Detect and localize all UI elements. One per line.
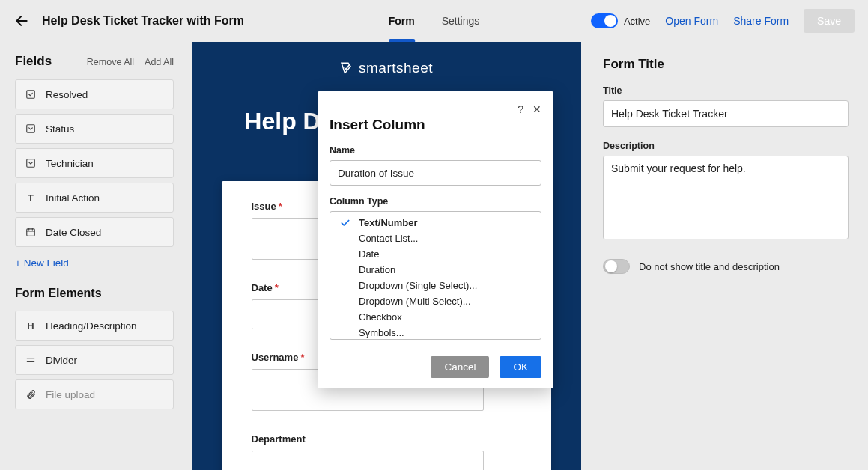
field-item[interactable]: Date Closed [15, 217, 174, 247]
svg-rect-3 [27, 159, 35, 168]
modal-name-label: Name [330, 145, 541, 156]
divider-icon [25, 354, 37, 366]
column-type-option[interactable]: Dropdown (Single Select)... [330, 278, 541, 293]
field-item[interactable]: TInitial Action [15, 183, 174, 213]
checkbox-icon [25, 88, 37, 100]
field-item-label: Initial Action [46, 192, 100, 204]
fields-title: Fields [15, 54, 52, 69]
brand-text: smartsheet [359, 60, 433, 76]
required-indicator: * [300, 352, 304, 363]
field-item-label: Resolved [46, 89, 88, 100]
right-panel: Form Title Title Description Submit your… [583, 42, 868, 470]
form-elements-list: HHeading/DescriptionDividerFile upload [15, 311, 174, 409]
smartsheet-logo-icon [339, 61, 353, 75]
help-icon[interactable]: ? [518, 103, 523, 115]
description-field-label: Description [603, 141, 849, 151]
attachment-icon [25, 388, 37, 400]
text-icon: T [25, 192, 37, 204]
open-form-link[interactable]: Open Form [665, 15, 718, 27]
field-item-label: Date Closed [46, 227, 101, 238]
column-type-list[interactable]: Text/NumberContact List...DateDurationDr… [330, 211, 541, 340]
svg-rect-2 [27, 125, 35, 133]
form-element-item: File upload [15, 379, 174, 409]
form-element-label: Divider [46, 355, 77, 366]
share-form-link[interactable]: Share Form [733, 15, 789, 27]
column-type-option[interactable]: Date [330, 246, 541, 262]
fields-header: Fields Remove All Add All [15, 54, 174, 69]
dropdown-icon [25, 157, 37, 169]
active-toggle[interactable] [591, 13, 618, 28]
close-icon[interactable]: ✕ [532, 103, 541, 115]
form-field-input[interactable] [252, 451, 484, 470]
column-type-label: Contact List... [359, 233, 418, 244]
hide-title-toggle-label: Do not show title and description [639, 261, 780, 272]
svg-rect-4 [27, 229, 35, 236]
topbar: Help Desk Ticket Tracker with Form Form … [0, 0, 868, 42]
column-type-option[interactable]: Duration [330, 262, 541, 278]
title-field-label: Title [603, 85, 849, 96]
field-item[interactable]: Status [15, 114, 174, 144]
active-toggle-group: Active [591, 13, 650, 28]
add-all-button[interactable]: Add All [145, 57, 174, 67]
required-indicator: * [279, 201, 282, 212]
check-icon [338, 218, 353, 228]
hide-title-toggle[interactable] [603, 259, 630, 274]
field-list: ResolvedStatusTechnicianTInitial ActionD… [15, 79, 174, 247]
save-button[interactable]: Save [804, 9, 855, 33]
column-type-label: Dropdown (Single Select)... [359, 280, 477, 291]
form-elements-title: Form Elements [15, 287, 174, 300]
column-type-label: Dropdown (Multi Select)... [359, 296, 471, 307]
svg-rect-1 [27, 91, 35, 99]
column-type-label: Symbols... [359, 327, 404, 338]
column-type-label: Checkbox [359, 311, 402, 323]
modal-title: Insert Column [330, 117, 541, 133]
column-name-input[interactable] [330, 160, 541, 186]
column-type-option[interactable]: Dropdown (Multi Select)... [330, 293, 541, 309]
required-indicator: * [275, 282, 279, 293]
modal-type-label: Column Type [330, 196, 541, 207]
form-field-row: Department [252, 433, 521, 470]
title-input[interactable] [603, 100, 849, 127]
hide-title-toggle-row: Do not show title and description [603, 259, 849, 274]
insert-column-modal: ? ✕ Insert Column Name Column Type Text/… [318, 91, 553, 388]
modal-topbar: ? ✕ [330, 103, 541, 115]
form-field-label: Department [252, 433, 521, 445]
column-type-option[interactable]: Checkbox [330, 309, 541, 325]
remove-all-button[interactable]: Remove All [87, 57, 134, 67]
page-title: Help Desk Ticket Tracker with Form [42, 14, 244, 28]
new-field-button[interactable]: + New Field [15, 257, 174, 269]
form-element-label: Heading/Description [46, 320, 137, 332]
field-item-label: Status [46, 123, 74, 135]
back-arrow-button[interactable] [13, 13, 30, 29]
form-element-item[interactable]: HHeading/Description [15, 311, 174, 341]
field-item[interactable]: Resolved [15, 79, 174, 109]
tab-form[interactable]: Form [389, 0, 415, 42]
dropdown-icon [25, 123, 37, 135]
column-type-option[interactable]: Contact List... [330, 231, 541, 246]
cancel-button[interactable]: Cancel [431, 356, 489, 378]
column-type-label: Text/Number [359, 217, 418, 228]
modal-footer: Cancel OK [330, 356, 541, 378]
tab-settings[interactable]: Settings [442, 0, 480, 42]
fields-actions: Remove All Add All [87, 57, 174, 67]
topbar-right: Active Open Form Share Form Save [591, 9, 855, 33]
active-toggle-label: Active [624, 16, 650, 27]
topbar-tabs: Form Settings [389, 0, 480, 42]
brand-logo: smartsheet [192, 42, 581, 85]
column-type-option[interactable]: Text/Number [330, 215, 541, 231]
column-type-label: Date [359, 248, 379, 260]
left-panel: Fields Remove All Add All ResolvedStatus… [0, 42, 189, 470]
arrow-left-icon [14, 13, 29, 28]
right-panel-title: Form Title [603, 57, 849, 72]
form-element-item[interactable]: Divider [15, 345, 174, 375]
column-type-option[interactable]: Symbols... [330, 325, 541, 340]
heading-icon: H [25, 320, 37, 332]
date-icon [25, 226, 37, 238]
topbar-left: Help Desk Ticket Tracker with Form [13, 13, 244, 29]
field-item[interactable]: Technician [15, 148, 174, 178]
field-item-label: Technician [46, 158, 94, 169]
description-textarea[interactable]: Submit your request for help. [603, 156, 849, 239]
ok-button[interactable]: OK [500, 356, 541, 378]
column-type-label: Duration [359, 264, 395, 275]
form-element-label: File upload [46, 389, 95, 400]
